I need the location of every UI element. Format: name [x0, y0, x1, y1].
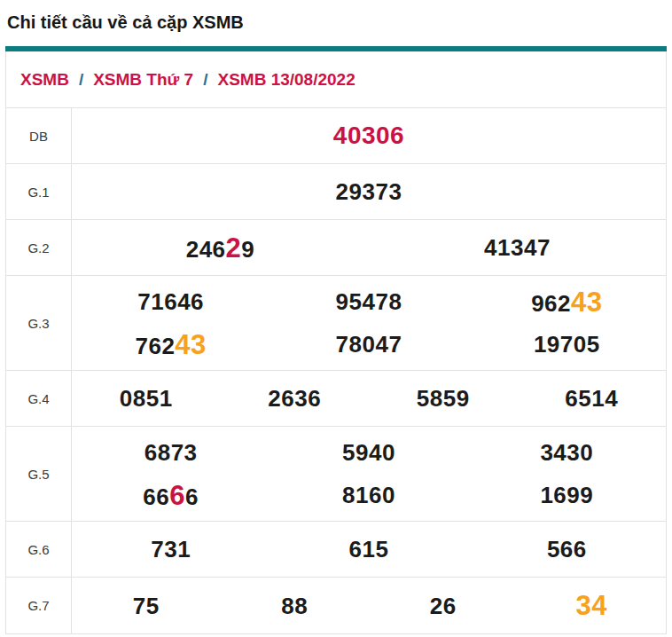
row-values: 40306 [72, 108, 666, 163]
prize-number: 6514 [518, 387, 667, 410]
results-board: XSMB / XSMB Thứ 7 / XSMB 13/08/2022 DB40… [5, 51, 667, 634]
prize-number: 2636 [221, 387, 370, 410]
row-values: 687359403430666681601699 [72, 427, 666, 521]
digits: 66 [143, 484, 169, 510]
prize-number: 71646 [72, 290, 270, 313]
digits: 1699 [540, 482, 593, 508]
digits: 71646 [137, 288, 204, 315]
digits: 762 [135, 333, 175, 359]
row-values: 75882634 [72, 578, 666, 633]
row-label: G.2 [6, 220, 72, 275]
row-label: G.4 [6, 371, 72, 426]
digits: 41347 [484, 234, 551, 261]
prize-number: 1699 [468, 484, 666, 507]
digits: 8160 [342, 482, 395, 508]
prize-line: 29373 [72, 170, 666, 213]
digits: 731 [151, 536, 191, 562]
breadcrumb-link-xsmb-date[interactable]: XSMB 13/08/2022 [217, 70, 355, 90]
highlighted-digits: 43 [571, 287, 602, 318]
row-label: G.3 [6, 276, 72, 370]
digits: 6514 [565, 385, 618, 412]
digits: 246 [186, 236, 226, 263]
prize-number: 29373 [72, 180, 666, 203]
prize-number: 615 [270, 538, 467, 561]
digits: 88 [281, 593, 308, 619]
prize-number: 6873 [72, 441, 270, 464]
row-label: G.1 [6, 164, 72, 219]
prize-line: 75882634 [72, 585, 666, 627]
prize-line: 2462941347 [72, 226, 666, 269]
digits: 2636 [268, 385, 321, 412]
digits: 566 [547, 536, 587, 562]
prize-row-g2: G.22462941347 [6, 220, 666, 276]
prize-number: 88 [221, 594, 370, 617]
row-label: DB [6, 108, 72, 163]
page-title: Chi tiết cầu về cả cặp XSMB [0, 0, 672, 46]
prize-number: 26 [369, 594, 518, 617]
row-label: G.6 [6, 522, 72, 577]
row-values: 29373 [72, 164, 666, 219]
row-label: G.5 [6, 427, 72, 521]
digits: 95478 [336, 288, 402, 315]
breadcrumb-link-xsmb-weekday[interactable]: XSMB Thứ 7 [93, 70, 193, 90]
breadcrumb-separator: / [203, 70, 207, 90]
prize-line: 731615566 [72, 528, 666, 570]
prize-line: 687359403430 [72, 431, 666, 474]
prize-number: 78047 [270, 333, 467, 356]
prize-number: 34 [518, 592, 667, 619]
digits: 29373 [336, 178, 402, 205]
prize-number: 24629 [72, 234, 369, 262]
digits: 5940 [342, 439, 395, 466]
prize-number: 566 [468, 538, 666, 561]
prize-number: 76243 [72, 331, 270, 358]
breadcrumb: XSMB / XSMB Thứ 7 / XSMB 13/08/2022 [6, 51, 666, 108]
digits: 0851 [120, 385, 173, 412]
prize-row-g1: G.129373 [6, 164, 666, 220]
row-values: 716469547896243762437804719705 [72, 276, 666, 370]
digits: 9 [241, 236, 254, 263]
row-values: 0851263658596514 [72, 371, 666, 426]
breadcrumb-separator: / [79, 70, 83, 90]
highlighted-digits: 40306 [333, 122, 404, 149]
prize-row-g7: G.775882634 [6, 578, 666, 633]
prize-row-g3: G.3716469547896243762437804719705 [6, 276, 666, 371]
digits: 6 [185, 484, 199, 510]
digits: 3430 [540, 439, 593, 466]
digits: 75 [133, 593, 160, 619]
highlighted-digits: 34 [576, 590, 607, 621]
prize-row-g5: G.5687359403430666681601699 [6, 427, 666, 522]
prize-number: 40306 [72, 123, 666, 148]
highlighted-digits: 6 [169, 480, 185, 511]
digits: 78047 [336, 331, 402, 358]
prize-number: 41347 [369, 236, 666, 259]
prize-number: 95478 [270, 290, 467, 313]
prize-row-g4: G.40851263658596514 [6, 371, 666, 427]
prize-line: 40306 [72, 114, 666, 157]
prize-number: 8160 [270, 484, 467, 507]
breadcrumb-link-xsmb[interactable]: XSMB [20, 70, 69, 90]
prize-line: 716469547896243 [72, 280, 666, 323]
digits: 962 [531, 290, 571, 317]
prize-number: 0851 [72, 387, 221, 410]
digits: 6873 [145, 439, 198, 466]
prize-number: 96243 [468, 288, 666, 316]
prize-line: 762437804719705 [72, 323, 666, 366]
prize-number: 5859 [369, 387, 518, 410]
prize-number: 731 [72, 538, 270, 561]
digits: 615 [349, 536, 389, 562]
prize-table: DB40306G.129373G.22462941347G.3716469547… [6, 108, 666, 633]
highlighted-digits: 43 [175, 329, 206, 360]
prize-number: 5940 [270, 441, 467, 464]
prize-line: 666681601699 [72, 474, 666, 516]
prize-line: 0851263658596514 [72, 377, 666, 420]
digits: 26 [430, 593, 457, 619]
prize-number: 19705 [468, 333, 666, 356]
digits: 5859 [417, 385, 470, 412]
prize-number: 6666 [72, 482, 270, 509]
prize-number: 75 [72, 594, 221, 617]
prize-row-g6: G.6731615566 [6, 522, 666, 578]
row-label: G.7 [6, 578, 72, 633]
highlighted-digits: 2 [226, 232, 242, 263]
prize-row-db: DB40306 [6, 108, 666, 164]
row-values: 2462941347 [72, 220, 666, 275]
